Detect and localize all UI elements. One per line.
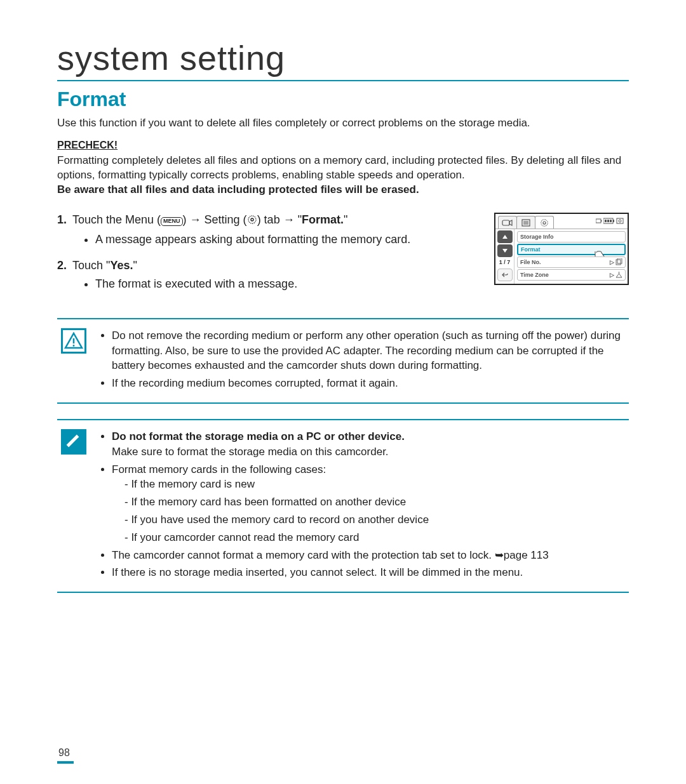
screenshot-left-col: 1 / 7 <box>495 229 514 284</box>
step1-text-b: ) <box>183 213 190 226</box>
note-subitem: If the memory card has been formatted on… <box>124 495 549 510</box>
warning-callout: Do not remove the recording medium or pe… <box>57 318 629 404</box>
svg-point-20 <box>73 345 75 347</box>
scroll-up-button <box>497 230 513 243</box>
step-2: 2. Touch "Yes." The format is executed w… <box>57 257 475 293</box>
precheck-text: Formatting completely deletes all files … <box>57 154 629 197</box>
note-text: The camcorder cannot format a memory car… <box>112 549 495 561</box>
tab-list-icon <box>516 216 535 229</box>
page-indicator: 1 / 7 <box>499 259 511 265</box>
svg-rect-7 <box>596 219 601 223</box>
arrow-icon: → <box>190 213 201 226</box>
warning-list: Do not remove the recording medium or pe… <box>98 328 625 394</box>
step1-text-c: Setting ( <box>201 213 247 226</box>
menu-item-file-no: File No.▷ <box>517 256 626 268</box>
svg-rect-12 <box>607 220 609 222</box>
note-list: Do not format the storage media on a PC … <box>98 429 549 583</box>
precheck-body: Formatting completely deletes all files … <box>57 154 621 181</box>
precheck-block: PRECHECK! Formatting completely deletes … <box>57 140 629 197</box>
play-icon: ▷ <box>610 272 614 278</box>
svg-point-0 <box>251 218 253 221</box>
precheck-warning: Be aware that all files and data includi… <box>57 183 419 196</box>
menu-item-label: Time Zone <box>520 272 549 278</box>
step1-text-e: " <box>295 213 302 226</box>
tab-record-icon <box>498 216 517 229</box>
svg-rect-14 <box>617 218 623 223</box>
battery-indicator-icon <box>596 218 625 224</box>
menu-button-icon: MENU <box>161 217 183 226</box>
arrow-icon: → <box>283 213 295 226</box>
svg-rect-10 <box>613 220 614 222</box>
note-item: The camcorder cannot format a memory car… <box>112 548 549 563</box>
menu-item-label: File No. <box>520 259 541 265</box>
step1-bullet: A message appears asking about formattin… <box>95 231 475 248</box>
menu-item-storage-info: Storage Info <box>517 231 626 243</box>
note-item: Do not format the storage media on a PC … <box>112 429 549 460</box>
note-bold: Do not format the storage media on a PC … <box>112 430 405 442</box>
svg-point-6 <box>543 222 546 224</box>
menu-item-label: Storage Info <box>520 234 554 240</box>
warning-item: If the recording medium becomes corrupte… <box>112 376 625 391</box>
note-subitem: If you have used the memory card to reco… <box>124 512 549 528</box>
note-item: If there is no storage media inserted, y… <box>112 565 549 580</box>
svg-rect-17 <box>617 258 622 263</box>
note-item: Format memory cards in the following cas… <box>112 462 549 545</box>
step1-text-a: Touch the Menu ( <box>72 213 161 226</box>
note-subitem: If the memory card is new <box>124 477 549 492</box>
step2-text-c: " <box>133 259 137 272</box>
svg-rect-8 <box>601 220 602 222</box>
tab-settings-icon <box>535 216 554 229</box>
note-text: Format memory cards in the following cas… <box>112 463 326 475</box>
warning-icon <box>61 328 86 354</box>
svg-rect-11 <box>605 220 607 222</box>
menu-item-time-zone: Time Zone▷ <box>517 269 626 281</box>
page-ref: page 113 <box>504 549 549 561</box>
step1-text-d: ) tab <box>257 213 283 226</box>
note-sublist: If the memory card is new If the memory … <box>112 477 549 545</box>
page-title: system setting <box>57 38 629 81</box>
page-ref-arrow-icon: ➥ <box>495 549 504 561</box>
svg-rect-1 <box>502 220 509 225</box>
steps-list: 1. Touch the Menu (MENU) → Setting () ta… <box>57 211 475 302</box>
step-number: 2. <box>57 257 67 274</box>
scroll-down-button <box>497 244 513 257</box>
step1-format-word: Format. <box>302 213 344 226</box>
step2-yes-word: Yes. <box>110 259 133 272</box>
svg-rect-13 <box>610 220 612 222</box>
camcorder-menu-screenshot: 1 / 7 Storage Info Format File No.▷ Time… <box>494 213 629 285</box>
svg-rect-16 <box>616 260 621 265</box>
step-1: 1. Touch the Menu (MENU) → Setting () ta… <box>57 211 475 248</box>
step1-text-g: " <box>344 213 347 226</box>
step2-bullet: The format is executed with a message. <box>95 276 475 293</box>
page-number: 98 <box>57 747 74 764</box>
note-callout: Do not format the storage media on a PC … <box>57 419 629 593</box>
note-icon <box>61 429 86 455</box>
note-subitem: If your camcorder cannot read the memory… <box>124 530 549 545</box>
play-icon: ▷ <box>610 259 614 265</box>
menu-item-format: Format <box>517 244 626 255</box>
menu-item-label: Format <box>521 246 541 253</box>
section-intro: Use this function if you want to delete … <box>57 116 629 131</box>
section-heading: Format <box>57 88 629 111</box>
note-sub: Make sure to format the storage media on… <box>112 446 389 458</box>
precheck-label: PRECHECK! <box>57 140 629 151</box>
svg-point-15 <box>619 220 621 222</box>
step2-text-a: Touch " <box>72 259 110 272</box>
warning-item: Do not remove the recording medium or pe… <box>112 328 625 373</box>
screenshot-topbar <box>495 214 628 229</box>
back-button <box>497 269 513 281</box>
gear-icon <box>247 213 257 230</box>
screenshot-menu-list: Storage Info Format File No.▷ Time Zone▷ <box>514 229 628 284</box>
step-number: 1. <box>57 211 67 229</box>
